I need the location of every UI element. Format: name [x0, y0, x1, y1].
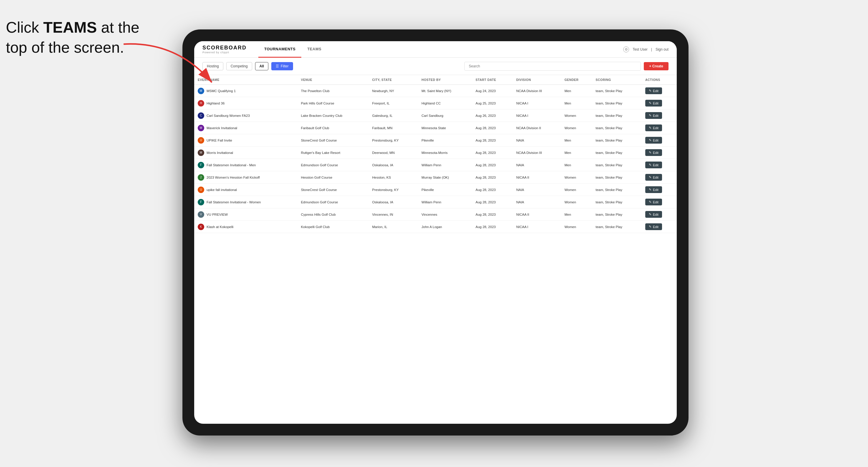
app-logo: SCOREBOARD Powered by clippit	[203, 45, 247, 54]
cell-hosted-by: Murray State (OK)	[418, 171, 472, 184]
toolbar: Hosting Competing All ☰ Filter + Create	[194, 58, 677, 75]
edit-icon: ✎	[649, 138, 651, 142]
edit-icon: ✎	[649, 225, 651, 229]
edit-button[interactable]: ✎ Edit	[645, 112, 662, 119]
event-name: Fall Statesmen Invitational - Men	[207, 163, 256, 167]
col-actions: ACTIONS	[642, 75, 677, 85]
cell-city-state: Deerwood, MN	[369, 147, 418, 159]
cell-city-state: Hesston, KS	[369, 171, 418, 184]
cell-scoring: team, Stroke Play	[592, 97, 642, 110]
edit-button[interactable]: ✎ Edit	[645, 87, 662, 94]
event-name: 2023 Women's Hesston Fall Kickoff	[207, 176, 260, 179]
separator: |	[651, 48, 652, 52]
event-name: Maverick Invitational	[207, 126, 237, 130]
logo-sub: Powered by clippit	[203, 51, 247, 54]
edit-button[interactable]: ✎ Edit	[645, 124, 662, 131]
cell-venue: Park Hills Golf Course	[298, 97, 369, 110]
edit-icon: ✎	[649, 188, 651, 192]
event-name: Carl Sandburg Women FA23	[207, 114, 250, 117]
cell-event-name: M Maverick Invitational	[194, 122, 298, 134]
settings-icon[interactable]: ⚙	[623, 46, 629, 52]
col-division: DIVISION	[513, 75, 561, 85]
cell-actions: ✎ Edit	[642, 122, 677, 134]
cell-division: NCAA Division III	[513, 85, 561, 97]
cell-gender: Women	[561, 122, 592, 134]
cell-hosted-by: John A Logan	[418, 221, 472, 233]
edit-button[interactable]: ✎ Edit	[645, 186, 662, 193]
team-logo: V	[198, 211, 204, 218]
tab-tournaments[interactable]: TOURNAMENTS	[258, 41, 301, 58]
edit-icon: ✎	[649, 176, 651, 179]
nav-tabs: TOURNAMENTS TEAMS	[258, 41, 623, 58]
create-button[interactable]: + Create	[644, 62, 669, 70]
cell-gender: Men	[561, 147, 592, 159]
tab-teams[interactable]: TEAMS	[301, 41, 327, 58]
cell-event-name: F Fall Statesmen Invitational - Men	[194, 159, 298, 171]
cell-scoring: team, Stroke Play	[592, 208, 642, 221]
cell-gender: Women	[561, 221, 592, 233]
cell-hosted-by: Pikeville	[418, 134, 472, 147]
cell-venue: Lake Bracken Country Club	[298, 110, 369, 122]
cell-actions: ✎ Edit	[642, 208, 677, 221]
edit-button[interactable]: ✎ Edit	[645, 137, 662, 144]
event-name: upike fall invitational	[207, 188, 237, 192]
table-row: M MSMC Qualifying 1 The Powelton Club Ne…	[194, 85, 677, 97]
table-row: V VU PREVIEW Cypress Hills Golf Club Vin…	[194, 208, 677, 221]
filter-button[interactable]: ☰ Filter	[271, 62, 293, 70]
cell-event-name: H Highland 36	[194, 97, 298, 110]
table-row: M Maverick Invitational Faribault Golf C…	[194, 122, 677, 134]
event-name: VU PREVIEW	[207, 213, 228, 216]
signout-link[interactable]: Sign out	[656, 48, 669, 52]
cell-actions: ✎ Edit	[642, 184, 677, 196]
cell-scoring: team, Stroke Play	[592, 110, 642, 122]
cell-city-state: Prestonsburg, KY	[369, 184, 418, 196]
cell-start-date: Aug 28, 2023	[472, 221, 513, 233]
cell-division: NICAA I	[513, 221, 561, 233]
cell-event-name: K Klash at Kokopelli	[194, 221, 298, 233]
tournaments-table-container[interactable]: EVENT NAME VENUE CITY, STATE HOSTED BY S…	[194, 75, 677, 424]
cell-venue: Hesston Golf Course	[298, 171, 369, 184]
all-button[interactable]: All	[255, 62, 268, 70]
col-gender: GENDER	[561, 75, 592, 85]
cell-event-name: F Fall Statesmen Invitational - Women	[194, 196, 298, 208]
cell-city-state: Prestonsburg, KY	[369, 134, 418, 147]
competing-button[interactable]: Competing	[226, 62, 252, 70]
cell-venue: StoneCrest Golf Course	[298, 134, 369, 147]
cell-hosted-by: Vincennes	[418, 208, 472, 221]
cell-start-date: Aug 24, 2023	[472, 85, 513, 97]
table-row: F Fall Statesmen Invitational - Men Edmu…	[194, 159, 677, 171]
edit-button[interactable]: ✎ Edit	[645, 174, 662, 181]
cell-venue: Faribault Golf Club	[298, 122, 369, 134]
cell-gender: Men	[561, 134, 592, 147]
hosting-button[interactable]: Hosting	[203, 62, 223, 70]
edit-button[interactable]: ✎ Edit	[645, 211, 662, 218]
cell-gender: Women	[561, 196, 592, 208]
edit-button[interactable]: ✎ Edit	[645, 161, 662, 168]
cell-city-state: Marion, IL	[369, 221, 418, 233]
cell-city-state: Faribault, MN	[369, 122, 418, 134]
cell-start-date: Aug 28, 2023	[472, 208, 513, 221]
team-logo: F	[198, 199, 204, 206]
search-input[interactable]	[464, 62, 641, 71]
col-start-date: START DATE	[472, 75, 513, 85]
user-name: Test User	[632, 48, 648, 52]
table-row: F Fall Statesmen Invitational - Women Ed…	[194, 196, 677, 208]
cell-event-name: U upike fall invitational	[194, 184, 298, 196]
cell-hosted-by: William Penn	[418, 159, 472, 171]
cell-division: NICAA I	[513, 97, 561, 110]
cell-venue: Ruttger's Bay Lake Resort	[298, 147, 369, 159]
cell-gender: Women	[561, 110, 592, 122]
cell-scoring: team, Stroke Play	[592, 171, 642, 184]
cell-gender: Women	[561, 171, 592, 184]
cell-actions: ✎ Edit	[642, 97, 677, 110]
edit-button[interactable]: ✎ Edit	[645, 149, 662, 156]
tablet-device: SCOREBOARD Powered by clippit TOURNAMENT…	[182, 29, 688, 436]
cell-division: NAIA	[513, 134, 561, 147]
cell-hosted-by: Pikeville	[418, 184, 472, 196]
team-logo: U	[198, 187, 204, 193]
col-city-state: CITY, STATE	[369, 75, 418, 85]
edit-button[interactable]: ✎ Edit	[645, 199, 662, 206]
event-name: Fall Statesmen Invitational - Women	[207, 200, 261, 204]
edit-button[interactable]: ✎ Edit	[645, 100, 662, 106]
edit-button[interactable]: ✎ Edit	[645, 223, 662, 230]
